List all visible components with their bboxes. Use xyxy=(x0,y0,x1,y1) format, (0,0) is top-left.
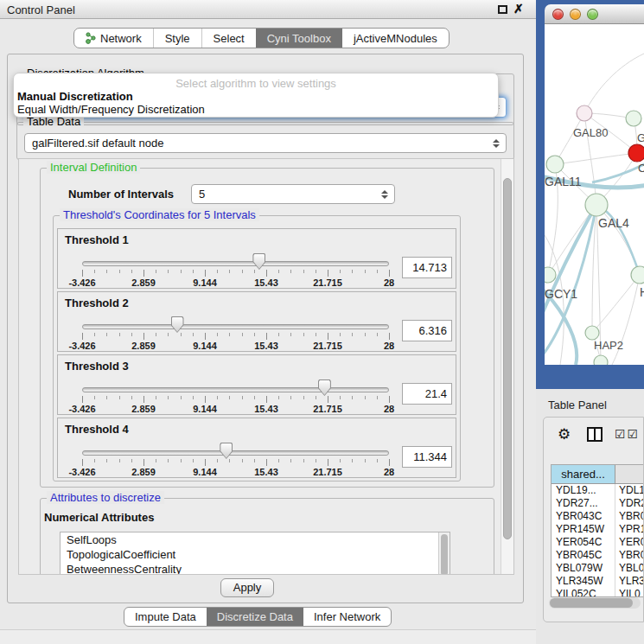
settings-scrollbar[interactable] xyxy=(501,159,513,574)
slider-tick xyxy=(156,270,156,273)
table-cell[interactable]: YLR3 xyxy=(615,575,644,588)
table-cell[interactable]: YDR27... xyxy=(552,497,615,510)
table-cell[interactable]: YPR1 xyxy=(615,523,644,536)
table-row[interactable]: YLR345WYLR3 xyxy=(552,575,644,588)
slider-ticks xyxy=(82,459,389,467)
network-node[interactable] xyxy=(585,326,599,340)
numerical-attributes-list[interactable]: SelfLoopsTopologicalCoefficientBetweenne… xyxy=(60,532,450,575)
slider-tick xyxy=(266,396,267,403)
slider-tick xyxy=(181,333,182,336)
threshold-value-field[interactable]: 11.344 xyxy=(402,446,452,468)
tab-style[interactable]: Style xyxy=(153,29,201,48)
network-node[interactable] xyxy=(546,156,564,173)
threshold-value-field[interactable]: 21.4 xyxy=(402,383,452,405)
table-cell[interactable]: YDR2 xyxy=(615,497,644,510)
table-cell[interactable]: YBR0 xyxy=(615,510,644,523)
table-row[interactable]: YDL19...YDL1 xyxy=(552,484,644,497)
table-cell[interactable]: YBR045C xyxy=(552,549,615,562)
zoom-light[interactable] xyxy=(587,9,598,20)
tab-infer-network[interactable]: Infer Network xyxy=(303,608,391,626)
slider-tick xyxy=(254,396,255,399)
table-row[interactable]: YBR043CYBR0 xyxy=(552,510,644,523)
apply-button[interactable]: Apply xyxy=(220,578,274,597)
network-node[interactable] xyxy=(577,105,592,121)
table-row[interactable]: YBL079WYBL0 xyxy=(552,562,644,575)
table-cell[interactable]: YLR345W xyxy=(552,575,615,588)
table-cell[interactable]: YER0 xyxy=(615,536,644,549)
table-cell[interactable]: YPR145W xyxy=(552,523,615,536)
gear-icon[interactable]: ⚙ xyxy=(558,425,571,443)
tab-network[interactable]: Network xyxy=(74,29,153,48)
table-cell[interactable]: YIL0 xyxy=(615,588,644,596)
network-node[interactable] xyxy=(631,266,644,284)
table-row[interactable]: YIL052CYIL0 xyxy=(552,588,644,596)
slider-tick xyxy=(352,396,353,399)
slider-track[interactable] xyxy=(82,450,389,456)
close-icon[interactable]: ✗ xyxy=(513,2,524,16)
table-cell[interactable]: YBR0 xyxy=(615,549,644,562)
split-columns-icon[interactable] xyxy=(587,427,603,442)
table-cell[interactable]: YBR043C xyxy=(552,510,615,523)
table-cell[interactable]: YDL1 xyxy=(615,484,644,497)
column-header-name[interactable]: na xyxy=(615,465,644,483)
slider-track[interactable] xyxy=(82,387,389,392)
slider-tick-label: -3.426 xyxy=(68,341,95,351)
network-node[interactable] xyxy=(585,194,608,216)
list-scrollbar[interactable] xyxy=(438,532,450,575)
table-row[interactable]: YBR045CYBR0 xyxy=(552,549,644,562)
network-node[interactable] xyxy=(626,111,641,126)
slider-thumb[interactable] xyxy=(220,443,233,459)
attribute-list-item[interactable]: BetweennessCentrality xyxy=(61,562,450,575)
network-node[interactable] xyxy=(628,144,644,162)
slider-track[interactable] xyxy=(82,261,389,266)
table-header-row: shared... na xyxy=(552,465,644,484)
slider-thumb[interactable] xyxy=(252,253,265,270)
minimize-light[interactable] xyxy=(570,9,581,20)
table-hscrollbar-thumb[interactable] xyxy=(550,598,633,608)
column-header-shared-name[interactable]: shared... xyxy=(552,465,615,483)
tab-jactivemnodules-label: jActiveMNodules xyxy=(354,32,437,45)
table-hscrollbar[interactable] xyxy=(549,597,641,609)
slider-track[interactable] xyxy=(82,324,389,329)
table-cell[interactable]: YDL19... xyxy=(552,484,615,497)
table-cell[interactable]: YBL079W xyxy=(552,562,615,575)
close-light[interactable] xyxy=(552,9,564,20)
table-row[interactable]: YDR27...YDR2 xyxy=(552,497,644,510)
table-cell[interactable]: YIL052C xyxy=(552,588,615,596)
slider-thumb[interactable] xyxy=(171,316,184,333)
slider-tick xyxy=(229,459,230,462)
threshold-value-field[interactable]: 14.713 xyxy=(402,257,452,278)
slider-tick-label: 28 xyxy=(384,341,394,351)
network-node[interactable] xyxy=(545,267,556,283)
table-cell[interactable]: YBL0 xyxy=(615,562,644,575)
threshold-value-field[interactable]: 6.316 xyxy=(402,320,452,341)
table-row[interactable]: YPR145WYPR1 xyxy=(552,523,644,536)
popup-option-manual-discretization[interactable]: Manual Discretization xyxy=(17,90,133,103)
network-canvas[interactable]: GAL80GACGAL11GAL4GCY1HHAP2 xyxy=(545,24,644,365)
attribute-list-item[interactable]: TopologicalCoefficient xyxy=(61,547,450,562)
tab-jactivemnodules[interactable]: jActiveMNodules xyxy=(342,29,449,48)
number-of-intervals-combo[interactable]: 5 xyxy=(191,184,395,204)
checkbox-columns-icon[interactable]: ☑☑ xyxy=(615,427,640,441)
tab-discretize-data[interactable]: Discretize Data xyxy=(207,608,303,626)
network-edge xyxy=(592,163,644,182)
network-node[interactable] xyxy=(594,355,608,365)
tab-cyni-toolbox[interactable]: Cyni Toolbox xyxy=(256,29,342,48)
slider-tick xyxy=(340,459,341,462)
table-cell[interactable]: YER054C xyxy=(552,536,615,549)
settings-scrollbar-thumb[interactable] xyxy=(503,178,512,539)
list-scrollbar-thumb[interactable] xyxy=(441,534,448,575)
tab-impute-data[interactable]: Impute Data xyxy=(124,608,207,626)
table-row[interactable]: YER054CYER0 xyxy=(552,536,644,549)
tab-select[interactable]: Select xyxy=(201,29,256,48)
table-data-combo[interactable]: galFiltered.sif default node xyxy=(24,133,507,153)
slider-tick xyxy=(217,270,218,273)
slider-ticks xyxy=(82,396,389,404)
combo-stepper-icon xyxy=(493,139,500,148)
popup-option-equal-width-frequency[interactable]: Equal Width/Frequency Discretization xyxy=(17,103,205,116)
attribute-list-item[interactable]: SelfLoops xyxy=(61,532,450,547)
number-of-intervals-label: Number of Intervals xyxy=(68,188,174,201)
slider-thumb[interactable] xyxy=(318,379,331,396)
slider-tick xyxy=(168,459,169,462)
float-window-icon[interactable] xyxy=(498,5,507,14)
